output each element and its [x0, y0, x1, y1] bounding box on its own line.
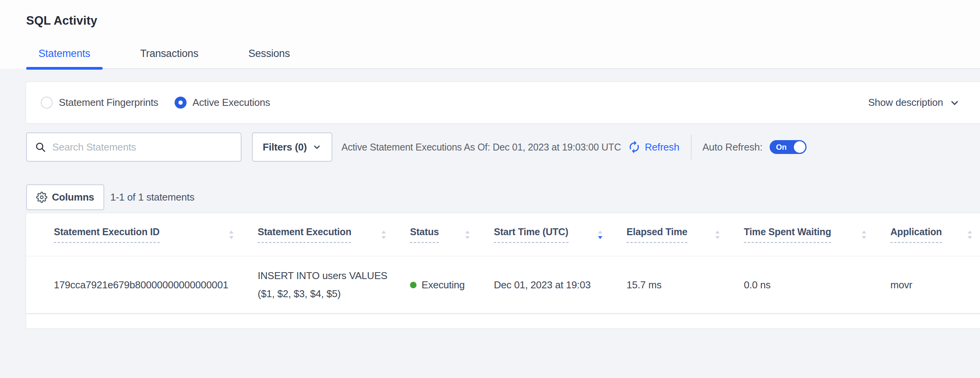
tab-statements[interactable]: Statements: [26, 48, 103, 68]
show-description-label: Show description: [868, 97, 943, 109]
gear-icon: [36, 192, 47, 203]
column-header-start-time[interactable]: Start Time (UTC): [494, 226, 627, 243]
cell-application: movr: [890, 279, 980, 291]
controls-row: Filters (0) Active Statement Executions …: [26, 132, 980, 162]
toggle-state-label: On: [776, 143, 787, 152]
as-of-timestamp: Active Statement Executions As Of: Dec 0…: [342, 142, 621, 153]
sort-icon: [596, 229, 604, 241]
sort-icon: [463, 229, 472, 241]
radio-circle-icon: [175, 97, 187, 109]
show-description-toggle[interactable]: Show description: [868, 97, 960, 109]
filters-label: Filters (0): [263, 141, 307, 153]
vertical-divider: [691, 135, 692, 159]
tab-bar: Statements Transactions Sessions: [26, 48, 980, 69]
cell-execution-id: 179cca7921e679b80000000000000001: [54, 279, 258, 291]
radio-label: Active Executions: [193, 97, 270, 109]
tab-transactions[interactable]: Transactions: [128, 48, 211, 68]
sort-icon: [966, 229, 974, 241]
search-input[interactable]: [52, 141, 233, 153]
content-area: Statement Fingerprints Active Executions…: [0, 69, 980, 328]
radio-label: Statement Fingerprints: [59, 97, 158, 109]
sort-icon: [860, 229, 868, 241]
tab-sessions[interactable]: Sessions: [236, 48, 302, 68]
results-count: 1-1 of 1 statements: [110, 191, 195, 203]
search-icon: [35, 141, 46, 153]
page-title: SQL Activity: [26, 14, 980, 28]
cell-elapsed-time: 15.7 ms: [627, 279, 744, 291]
executing-status-dot: [410, 282, 417, 288]
sort-icon: [380, 229, 388, 241]
auto-refresh-label: Auto Refresh:: [702, 141, 762, 153]
search-box: [26, 132, 242, 162]
columns-label: Columns: [52, 191, 94, 203]
column-header-statement-execution[interactable]: Statement Execution: [258, 226, 410, 243]
table-row[interactable]: 179cca7921e679b80000000000000001 INSERT …: [26, 256, 980, 314]
cell-statement: INSERT INTO users VALUES ($1, $2, $3, $4…: [258, 267, 410, 303]
chevron-down-icon: [949, 97, 960, 108]
refresh-button[interactable]: Refresh: [627, 140, 680, 154]
filters-button[interactable]: Filters (0): [252, 132, 332, 162]
sort-icon: [713, 229, 722, 241]
view-mode-radio-group: Statement Fingerprints Active Executions: [41, 97, 270, 109]
page-header: SQL Activity Statements Transactions Ses…: [0, 0, 980, 69]
view-mode-card: Statement Fingerprints Active Executions…: [26, 82, 980, 123]
table-toolbar: Columns 1-1 of 1 statements: [26, 184, 980, 210]
radio-circle-icon: [41, 97, 53, 109]
columns-button[interactable]: Columns: [26, 184, 104, 210]
toggle-knob: [794, 141, 805, 153]
cell-status: Executing: [410, 279, 494, 291]
cell-start-time: Dec 01, 2023 at 19:03: [494, 279, 627, 291]
column-header-elapsed-time[interactable]: Elapsed Time: [627, 226, 744, 243]
sort-icon: [227, 229, 235, 241]
refresh-icon: [627, 140, 641, 154]
column-header-application[interactable]: Application: [890, 226, 980, 243]
cell-time-spent-waiting: 0.0 ns: [744, 279, 890, 291]
statements-table: Statement Execution ID Statement Executi…: [26, 213, 980, 328]
column-header-statement-execution-id[interactable]: Statement Execution ID: [54, 226, 258, 243]
radio-statement-fingerprints[interactable]: Statement Fingerprints: [41, 97, 158, 109]
column-header-time-spent-waiting[interactable]: Time Spent Waiting: [744, 226, 890, 243]
auto-refresh-toggle[interactable]: On: [770, 140, 807, 154]
refresh-label: Refresh: [645, 141, 680, 153]
radio-active-executions[interactable]: Active Executions: [175, 97, 270, 109]
column-header-status[interactable]: Status: [410, 226, 494, 243]
chevron-down-icon: [312, 142, 322, 152]
table-header-row: Statement Execution ID Statement Executi…: [26, 213, 980, 256]
status-label: Executing: [422, 279, 465, 291]
